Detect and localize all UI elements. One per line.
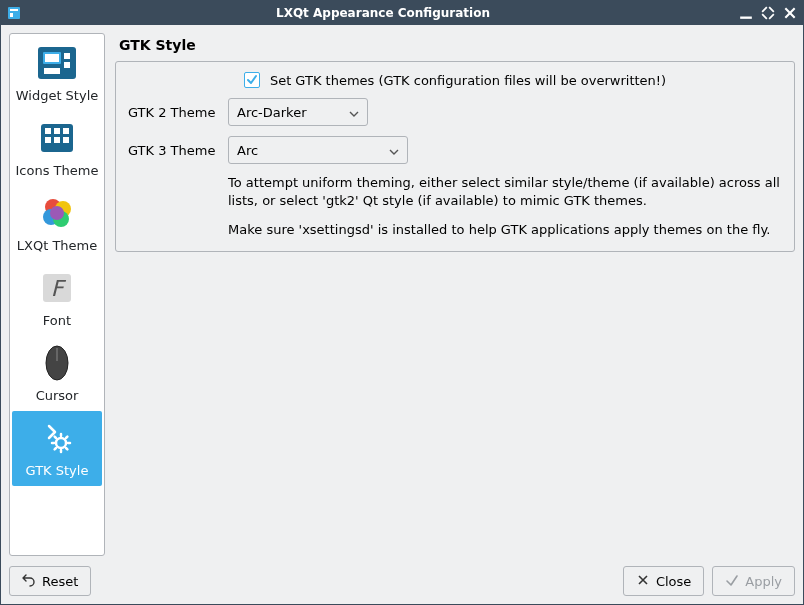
gtk2-theme-value: Arc-Darker (237, 105, 307, 120)
info-paragraph-2: Make sure 'xsettingsd' is installed to h… (228, 221, 782, 239)
gtk2-row: GTK 2 Theme Arc-Darker (128, 98, 782, 126)
maximize-button[interactable] (761, 6, 775, 20)
settings-panel: Set GTK themes (GTK configuration files … (115, 61, 795, 252)
svg-rect-2 (10, 13, 13, 17)
sidebar-item-widget-style[interactable]: Widget Style (12, 36, 102, 111)
window-controls (739, 6, 797, 20)
minimize-button[interactable] (739, 6, 753, 20)
svg-rect-11 (45, 128, 51, 134)
lxqt-theme-icon (33, 192, 81, 234)
check-icon (725, 573, 739, 590)
sidebar-item-icons-theme[interactable]: Icons Theme (12, 111, 102, 186)
font-icon: F (33, 267, 81, 309)
svg-rect-3 (740, 17, 752, 19)
category-sidebar[interactable]: Widget Style Icons Theme LXQt Theme (9, 33, 105, 556)
svg-rect-0 (8, 7, 20, 19)
gtk3-theme-select[interactable]: Arc (228, 136, 408, 164)
svg-rect-1 (10, 9, 18, 11)
gtk3-label: GTK 3 Theme (128, 143, 218, 158)
set-gtk-checkbox[interactable] (244, 72, 260, 88)
gtk2-theme-select[interactable]: Arc-Darker (228, 98, 368, 126)
sidebar-item-label: LXQt Theme (17, 238, 97, 253)
svg-rect-16 (63, 137, 69, 143)
client-area: Widget Style Icons Theme LXQt Theme (1, 25, 803, 604)
section-title: GTK Style (115, 33, 795, 61)
window-title: LXQt Appearance Configuration (27, 6, 739, 20)
gtk2-label: GTK 2 Theme (128, 105, 218, 120)
titlebar[interactable]: LXQt Appearance Configuration (1, 1, 803, 25)
sidebar-item-gtk-style[interactable]: GTK Style (12, 411, 102, 486)
sidebar-item-label: Font (43, 313, 71, 328)
chevron-down-icon (389, 143, 399, 158)
undo-icon (22, 573, 36, 590)
svg-rect-15 (54, 137, 60, 143)
sidebar-item-label: GTK Style (26, 463, 89, 478)
apply-label: Apply (745, 574, 782, 589)
reset-button[interactable]: Reset (9, 566, 91, 596)
dialog-button-row: Reset Close Apply (9, 562, 795, 596)
sidebar-item-font[interactable]: F Font (12, 261, 102, 336)
svg-rect-9 (44, 68, 60, 74)
set-gtk-label[interactable]: Set GTK themes (GTK configuration files … (270, 73, 666, 88)
svg-point-27 (56, 438, 66, 448)
svg-rect-13 (63, 128, 69, 134)
close-label: Close (656, 574, 691, 589)
gtk3-row: GTK 3 Theme Arc (128, 136, 782, 164)
svg-rect-7 (64, 53, 70, 59)
close-window-button[interactable] (783, 6, 797, 20)
close-icon (636, 573, 650, 590)
set-gtk-row: Set GTK themes (GTK configuration files … (128, 72, 782, 88)
sidebar-item-label: Widget Style (16, 88, 99, 103)
sidebar-item-cursor[interactable]: Cursor (12, 336, 102, 411)
sidebar-item-lxqt-theme[interactable]: LXQt Theme (12, 186, 102, 261)
svg-rect-8 (64, 62, 70, 68)
gtk-style-icon (33, 417, 81, 459)
main-pane: GTK Style Set GTK themes (GTK configurat… (115, 33, 795, 556)
cursor-icon (33, 342, 81, 384)
sidebar-item-label: Cursor (36, 388, 79, 403)
info-text: To attempt uniform theming, either selec… (228, 174, 782, 239)
icons-theme-icon (33, 117, 81, 159)
reset-label: Reset (42, 574, 78, 589)
svg-rect-6 (45, 54, 59, 62)
app-icon (7, 6, 21, 20)
close-button[interactable]: Close (623, 566, 704, 596)
apply-button[interactable]: Apply (712, 566, 795, 596)
sidebar-item-label: Icons Theme (16, 163, 99, 178)
gtk3-theme-value: Arc (237, 143, 258, 158)
chevron-down-icon (349, 105, 359, 120)
svg-rect-14 (45, 137, 51, 143)
info-paragraph-1: To attempt uniform theming, either selec… (228, 174, 782, 209)
app-window: LXQt Appearance Configuration Widget Sty… (0, 0, 804, 605)
svg-point-21 (50, 206, 64, 220)
widget-style-icon (33, 42, 81, 84)
svg-rect-12 (54, 128, 60, 134)
